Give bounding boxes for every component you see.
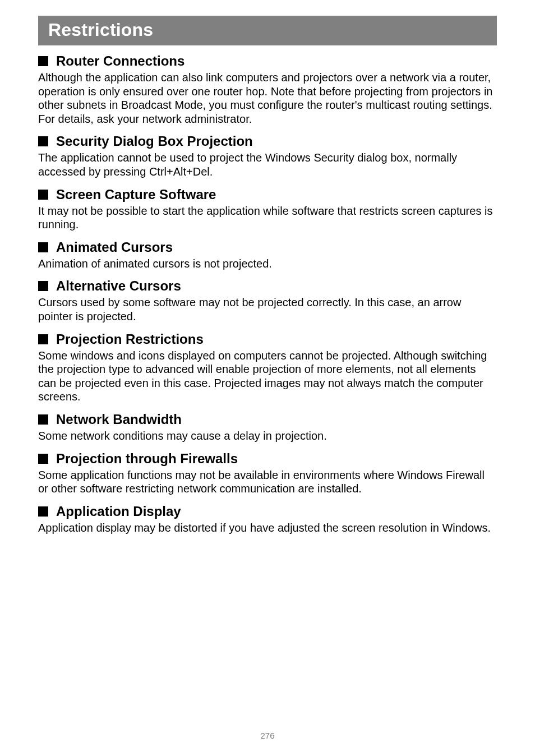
heading-text: Router Connections xyxy=(56,53,185,69)
section-application-display: Application Display Application display … xyxy=(38,504,497,535)
section-heading: Projection through Firewalls xyxy=(38,451,497,467)
page-title: Restrictions xyxy=(48,20,487,40)
heading-text: Animated Cursors xyxy=(56,239,173,255)
body-text: It may not be possible to start the appl… xyxy=(38,204,497,232)
body-text: The application cannot be used to projec… xyxy=(38,151,497,178)
square-bullet-icon xyxy=(38,414,48,425)
section-security-dialog: Security Dialog Box Projection The appli… xyxy=(38,133,497,178)
section-heading: Application Display xyxy=(38,504,497,519)
section-heading: Network Bandwidth xyxy=(38,412,497,427)
body-text: Cursors used by some software may not be… xyxy=(38,296,497,323)
section-alternative-cursors: Alternative Cursors Cursors used by some… xyxy=(38,278,497,323)
body-text: Animation of animated cursors is not pro… xyxy=(38,257,497,271)
square-bullet-icon xyxy=(38,334,48,344)
section-projection-firewalls: Projection through Firewalls Some applic… xyxy=(38,451,497,496)
square-bullet-icon xyxy=(38,454,48,464)
title-bar: Restrictions xyxy=(38,16,497,45)
page-container: Restrictions Router Connections Although… xyxy=(0,16,535,534)
square-bullet-icon xyxy=(38,242,48,252)
square-bullet-icon xyxy=(38,190,48,200)
heading-text: Application Display xyxy=(56,504,181,519)
section-heading: Alternative Cursors xyxy=(38,278,497,294)
body-text: Some network conditions may cause a dela… xyxy=(38,429,497,443)
heading-text: Projection through Firewalls xyxy=(56,451,238,467)
body-text: Although the application can also link c… xyxy=(38,71,497,126)
square-bullet-icon xyxy=(38,506,48,517)
body-text: Application display may be distorted if … xyxy=(38,521,497,535)
section-projection-restrictions: Projection Restrictions Some windows and… xyxy=(38,331,497,404)
section-network-bandwidth: Network Bandwidth Some network condition… xyxy=(38,412,497,443)
square-bullet-icon xyxy=(38,56,48,66)
section-heading: Security Dialog Box Projection xyxy=(38,133,497,149)
section-heading: Projection Restrictions xyxy=(38,331,497,347)
section-heading: Animated Cursors xyxy=(38,239,497,255)
heading-text: Alternative Cursors xyxy=(56,278,181,294)
section-router-connections: Router Connections Although the applicat… xyxy=(38,53,497,126)
heading-text: Projection Restrictions xyxy=(56,331,204,347)
square-bullet-icon xyxy=(38,136,48,146)
heading-text: Network Bandwidth xyxy=(56,412,182,427)
page-number: 276 xyxy=(0,731,535,740)
heading-text: Security Dialog Box Projection xyxy=(56,133,253,149)
section-heading: Screen Capture Software xyxy=(38,187,497,202)
section-heading: Router Connections xyxy=(38,53,497,69)
square-bullet-icon xyxy=(38,281,48,291)
heading-text: Screen Capture Software xyxy=(56,187,216,202)
body-text: Some application functions may not be av… xyxy=(38,468,497,496)
section-animated-cursors: Animated Cursors Animation of animated c… xyxy=(38,239,497,271)
body-text: Some windows and icons displayed on comp… xyxy=(38,349,497,404)
section-screen-capture: Screen Capture Software It may not be po… xyxy=(38,187,497,232)
